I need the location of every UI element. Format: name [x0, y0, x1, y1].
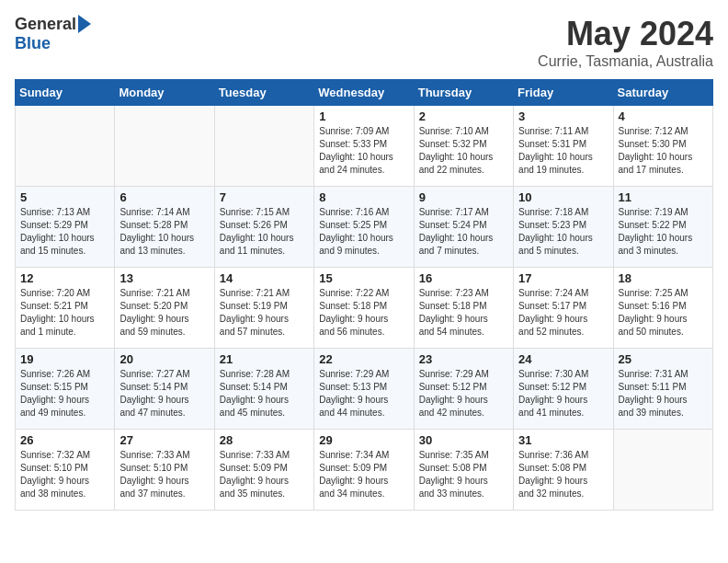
day-detail: Sunrise: 7:20 AM Sunset: 5:21 PM Dayligh…	[20, 287, 109, 339]
day-number: 8	[319, 190, 408, 204]
calendar-cell: 20Sunrise: 7:27 AM Sunset: 5:14 PM Dayli…	[115, 349, 214, 430]
calendar-cell: 13Sunrise: 7:21 AM Sunset: 5:20 PM Dayli…	[115, 268, 214, 349]
day-number: 30	[419, 433, 508, 447]
day-detail: Sunrise: 7:22 AM Sunset: 5:18 PM Dayligh…	[319, 287, 408, 339]
day-detail: Sunrise: 7:26 AM Sunset: 5:15 PM Dayligh…	[20, 368, 109, 419]
day-detail: Sunrise: 7:31 AM Sunset: 5:11 PM Dayligh…	[619, 368, 708, 419]
calendar-cell: 4Sunrise: 7:12 AM Sunset: 5:30 PM Daylig…	[613, 106, 712, 187]
day-detail: Sunrise: 7:12 AM Sunset: 5:30 PM Dayligh…	[619, 125, 708, 177]
calendar-header-row: Sunday Monday Tuesday Wednesday Thursday…	[16, 80, 713, 106]
day-detail: Sunrise: 7:14 AM Sunset: 5:28 PM Dayligh…	[119, 206, 209, 258]
day-number: 10	[518, 190, 608, 204]
calendar-cell: 2Sunrise: 7:10 AM Sunset: 5:32 PM Daylig…	[414, 106, 513, 187]
day-number: 26	[20, 433, 109, 447]
calendar-table: Sunday Monday Tuesday Wednesday Thursday…	[15, 79, 713, 511]
day-number: 18	[619, 271, 708, 285]
day-detail: Sunrise: 7:35 AM Sunset: 5:08 PM Dayligh…	[419, 449, 508, 500]
day-number: 27	[119, 433, 209, 447]
day-detail: Sunrise: 7:29 AM Sunset: 5:12 PM Dayligh…	[419, 368, 508, 419]
day-number: 7	[220, 190, 309, 204]
col-sunday: Sunday	[16, 80, 115, 106]
calendar-cell: 26Sunrise: 7:32 AM Sunset: 5:10 PM Dayli…	[16, 430, 115, 511]
calendar-cell: 5Sunrise: 7:13 AM Sunset: 5:29 PM Daylig…	[16, 187, 115, 268]
logo-triangle-icon	[78, 15, 91, 33]
day-number: 28	[220, 433, 309, 447]
calendar-cell: 7Sunrise: 7:15 AM Sunset: 5:26 PM Daylig…	[214, 187, 313, 268]
header: General Blue May 2024 Currie, Tasmania, …	[15, 15, 713, 70]
col-wednesday: Wednesday	[314, 80, 414, 106]
col-monday: Monday	[115, 80, 214, 106]
day-number: 21	[220, 352, 309, 366]
logo-blue: Blue	[15, 34, 51, 52]
calendar-cell: 11Sunrise: 7:19 AM Sunset: 5:22 PM Dayli…	[613, 187, 712, 268]
page: General Blue May 2024 Currie, Tasmania, …	[0, 0, 728, 520]
col-tuesday: Tuesday	[214, 80, 313, 106]
col-saturday: Saturday	[613, 80, 712, 106]
day-detail: Sunrise: 7:32 AM Sunset: 5:10 PM Dayligh…	[20, 449, 109, 500]
calendar-cell	[115, 106, 214, 187]
day-number: 13	[119, 271, 209, 285]
day-number: 6	[119, 190, 209, 204]
calendar-cell: 28Sunrise: 7:33 AM Sunset: 5:09 PM Dayli…	[214, 430, 313, 511]
day-number: 11	[619, 190, 708, 204]
day-detail: Sunrise: 7:11 AM Sunset: 5:31 PM Dayligh…	[518, 125, 608, 177]
calendar-cell: 10Sunrise: 7:18 AM Sunset: 5:23 PM Dayli…	[514, 187, 613, 268]
day-detail: Sunrise: 7:34 AM Sunset: 5:09 PM Dayligh…	[319, 449, 408, 500]
day-detail: Sunrise: 7:13 AM Sunset: 5:29 PM Dayligh…	[20, 206, 109, 258]
day-number: 1	[319, 109, 408, 123]
calendar-week-row: 5Sunrise: 7:13 AM Sunset: 5:29 PM Daylig…	[16, 187, 713, 268]
day-number: 16	[419, 271, 508, 285]
calendar-cell	[613, 430, 712, 511]
day-detail: Sunrise: 7:15 AM Sunset: 5:26 PM Dayligh…	[220, 206, 309, 258]
day-detail: Sunrise: 7:28 AM Sunset: 5:14 PM Dayligh…	[220, 368, 309, 419]
day-number: 14	[220, 271, 309, 285]
calendar-cell: 21Sunrise: 7:28 AM Sunset: 5:14 PM Dayli…	[214, 349, 313, 430]
day-detail: Sunrise: 7:25 AM Sunset: 5:16 PM Dayligh…	[619, 287, 708, 339]
calendar-cell: 3Sunrise: 7:11 AM Sunset: 5:31 PM Daylig…	[514, 106, 613, 187]
logo: General Blue	[15, 15, 91, 53]
calendar-week-row: 1Sunrise: 7:09 AM Sunset: 5:33 PM Daylig…	[16, 106, 713, 187]
calendar-week-row: 19Sunrise: 7:26 AM Sunset: 5:15 PM Dayli…	[16, 349, 713, 430]
day-number: 31	[518, 433, 608, 447]
day-number: 5	[20, 190, 109, 204]
calendar-cell: 8Sunrise: 7:16 AM Sunset: 5:25 PM Daylig…	[314, 187, 414, 268]
calendar-cell: 19Sunrise: 7:26 AM Sunset: 5:15 PM Dayli…	[16, 349, 115, 430]
day-number: 17	[518, 271, 608, 285]
calendar-cell: 9Sunrise: 7:17 AM Sunset: 5:24 PM Daylig…	[414, 187, 513, 268]
day-number: 25	[619, 352, 708, 366]
day-detail: Sunrise: 7:23 AM Sunset: 5:18 PM Dayligh…	[419, 287, 508, 339]
calendar-cell: 14Sunrise: 7:21 AM Sunset: 5:19 PM Dayli…	[214, 268, 313, 349]
day-detail: Sunrise: 7:30 AM Sunset: 5:12 PM Dayligh…	[518, 368, 608, 419]
calendar-cell: 24Sunrise: 7:30 AM Sunset: 5:12 PM Dayli…	[514, 349, 613, 430]
day-detail: Sunrise: 7:09 AM Sunset: 5:33 PM Dayligh…	[319, 125, 408, 177]
day-number: 23	[419, 352, 508, 366]
calendar-cell: 25Sunrise: 7:31 AM Sunset: 5:11 PM Dayli…	[613, 349, 712, 430]
day-number: 29	[319, 433, 408, 447]
day-number: 20	[119, 352, 209, 366]
calendar-cell: 12Sunrise: 7:20 AM Sunset: 5:21 PM Dayli…	[16, 268, 115, 349]
day-detail: Sunrise: 7:19 AM Sunset: 5:22 PM Dayligh…	[619, 206, 708, 258]
day-detail: Sunrise: 7:36 AM Sunset: 5:08 PM Dayligh…	[518, 449, 608, 500]
calendar-week-row: 26Sunrise: 7:32 AM Sunset: 5:10 PM Dayli…	[16, 430, 713, 511]
col-friday: Friday	[514, 80, 613, 106]
day-number: 12	[20, 271, 109, 285]
day-detail: Sunrise: 7:16 AM Sunset: 5:25 PM Dayligh…	[319, 206, 408, 258]
day-detail: Sunrise: 7:33 AM Sunset: 5:10 PM Dayligh…	[119, 449, 209, 500]
page-subtitle: Currie, Tasmania, Australia	[538, 53, 713, 70]
calendar-cell: 23Sunrise: 7:29 AM Sunset: 5:12 PM Dayli…	[414, 349, 513, 430]
calendar-cell: 27Sunrise: 7:33 AM Sunset: 5:10 PM Dayli…	[115, 430, 214, 511]
logo-general: General	[15, 15, 76, 34]
day-number: 9	[419, 190, 508, 204]
day-number: 15	[319, 271, 408, 285]
day-detail: Sunrise: 7:29 AM Sunset: 5:13 PM Dayligh…	[319, 368, 408, 419]
calendar-cell: 18Sunrise: 7:25 AM Sunset: 5:16 PM Dayli…	[613, 268, 712, 349]
calendar-cell	[16, 106, 115, 187]
day-number: 4	[619, 109, 708, 123]
day-detail: Sunrise: 7:10 AM Sunset: 5:32 PM Dayligh…	[419, 125, 508, 177]
day-detail: Sunrise: 7:33 AM Sunset: 5:09 PM Dayligh…	[220, 449, 309, 500]
calendar-cell: 17Sunrise: 7:24 AM Sunset: 5:17 PM Dayli…	[514, 268, 613, 349]
calendar-cell: 29Sunrise: 7:34 AM Sunset: 5:09 PM Dayli…	[314, 430, 414, 511]
day-detail: Sunrise: 7:18 AM Sunset: 5:23 PM Dayligh…	[518, 206, 608, 258]
calendar-cell: 6Sunrise: 7:14 AM Sunset: 5:28 PM Daylig…	[115, 187, 214, 268]
day-detail: Sunrise: 7:17 AM Sunset: 5:24 PM Dayligh…	[419, 206, 508, 258]
